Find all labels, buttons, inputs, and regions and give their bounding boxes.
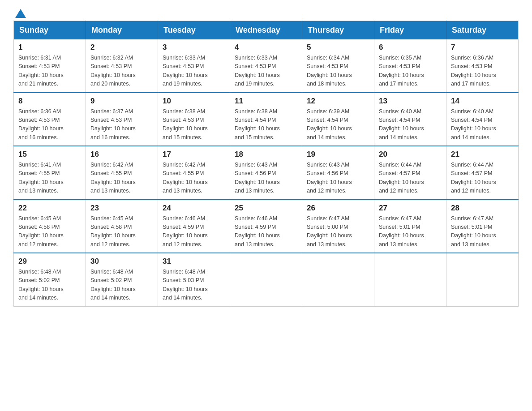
calendar-week-row: 1 Sunrise: 6:31 AM Sunset: 4:53 PM Dayli… [14, 39, 519, 93]
calendar-cell: 6 Sunrise: 6:35 AM Sunset: 4:53 PM Dayli… [374, 39, 446, 93]
header-friday: Friday [374, 21, 446, 40]
logo-triangle-icon [15, 9, 26, 18]
calendar-cell: 26 Sunrise: 6:47 AM Sunset: 5:00 PM Dayl… [302, 200, 374, 253]
day-info: Sunrise: 6:36 AM Sunset: 4:53 PM Dayligh… [18, 107, 81, 142]
day-info: Sunrise: 6:48 AM Sunset: 5:02 PM Dayligh… [90, 268, 153, 303]
day-info: Sunrise: 6:32 AM Sunset: 4:53 PM Dayligh… [90, 54, 153, 89]
calendar-cell [374, 253, 446, 306]
day-info: Sunrise: 6:33 AM Sunset: 4:53 PM Dayligh… [163, 54, 225, 89]
day-info: Sunrise: 6:34 AM Sunset: 4:53 PM Dayligh… [307, 54, 369, 89]
day-info: Sunrise: 6:37 AM Sunset: 4:53 PM Dayligh… [90, 107, 153, 142]
day-number: 19 [307, 150, 369, 159]
calendar-cell: 25 Sunrise: 6:46 AM Sunset: 4:59 PM Dayl… [230, 200, 302, 253]
day-info: Sunrise: 6:48 AM Sunset: 5:03 PM Dayligh… [163, 268, 225, 303]
day-info: Sunrise: 6:47 AM Sunset: 5:01 PM Dayligh… [451, 214, 514, 249]
logo-icon [15, 9, 26, 18]
day-number: 9 [90, 97, 153, 106]
day-number: 30 [90, 257, 153, 266]
header-thursday: Thursday [302, 21, 374, 40]
day-number: 11 [235, 97, 297, 106]
calendar-cell: 16 Sunrise: 6:42 AM Sunset: 4:55 PM Dayl… [86, 146, 158, 200]
day-number: 12 [307, 97, 369, 106]
calendar-cell: 27 Sunrise: 6:47 AM Sunset: 5:01 PM Dayl… [374, 200, 446, 253]
day-info: Sunrise: 6:38 AM Sunset: 4:54 PM Dayligh… [235, 107, 297, 142]
day-info: Sunrise: 6:46 AM Sunset: 4:59 PM Dayligh… [235, 214, 297, 249]
calendar-cell: 10 Sunrise: 6:38 AM Sunset: 4:53 PM Dayl… [158, 93, 230, 146]
calendar-cell: 31 Sunrise: 6:48 AM Sunset: 5:03 PM Dayl… [158, 253, 230, 306]
calendar-cell: 14 Sunrise: 6:40 AM Sunset: 4:54 PM Dayl… [446, 93, 519, 146]
day-info: Sunrise: 6:31 AM Sunset: 4:53 PM Dayligh… [18, 54, 81, 89]
calendar-cell: 8 Sunrise: 6:36 AM Sunset: 4:53 PM Dayli… [14, 93, 86, 146]
day-number: 5 [307, 43, 369, 52]
calendar-cell: 21 Sunrise: 6:44 AM Sunset: 4:57 PM Dayl… [446, 146, 519, 200]
day-number: 23 [90, 204, 153, 213]
calendar-cell: 30 Sunrise: 6:48 AM Sunset: 5:02 PM Dayl… [86, 253, 158, 306]
header-sunday: Sunday [14, 21, 86, 40]
day-number: 28 [451, 204, 514, 213]
day-number: 17 [163, 150, 225, 159]
day-info: Sunrise: 6:43 AM Sunset: 4:56 PM Dayligh… [307, 161, 369, 196]
day-number: 22 [18, 204, 81, 213]
day-number: 8 [18, 97, 81, 106]
day-number: 26 [307, 204, 369, 213]
header-monday: Monday [86, 21, 158, 40]
day-number: 31 [163, 257, 225, 266]
day-number: 10 [163, 97, 225, 106]
calendar-cell: 19 Sunrise: 6:43 AM Sunset: 4:56 PM Dayl… [302, 146, 374, 200]
calendar-cell: 23 Sunrise: 6:45 AM Sunset: 4:58 PM Dayl… [86, 200, 158, 253]
calendar-cell [230, 253, 302, 306]
calendar-cell: 12 Sunrise: 6:39 AM Sunset: 4:54 PM Dayl… [302, 93, 374, 146]
day-info: Sunrise: 6:42 AM Sunset: 4:55 PM Dayligh… [163, 161, 225, 196]
day-info: Sunrise: 6:43 AM Sunset: 4:56 PM Dayligh… [235, 161, 297, 196]
day-info: Sunrise: 6:40 AM Sunset: 4:54 PM Dayligh… [379, 107, 442, 142]
day-number: 14 [451, 97, 514, 106]
calendar-header-row: SundayMondayTuesdayWednesdayThursdayFrid… [14, 21, 519, 40]
calendar-cell: 13 Sunrise: 6:40 AM Sunset: 4:54 PM Dayl… [374, 93, 446, 146]
day-info: Sunrise: 6:44 AM Sunset: 4:57 PM Dayligh… [379, 161, 442, 196]
calendar-cell: 17 Sunrise: 6:42 AM Sunset: 4:55 PM Dayl… [158, 146, 230, 200]
day-number: 29 [18, 257, 81, 266]
day-number: 1 [18, 43, 81, 52]
day-info: Sunrise: 6:48 AM Sunset: 5:02 PM Dayligh… [18, 268, 81, 303]
day-number: 4 [235, 43, 297, 52]
calendar-cell: 22 Sunrise: 6:45 AM Sunset: 4:58 PM Dayl… [14, 200, 86, 253]
day-number: 16 [90, 150, 153, 159]
header-saturday: Saturday [446, 21, 519, 40]
calendar-cell: 9 Sunrise: 6:37 AM Sunset: 4:53 PM Dayli… [86, 93, 158, 146]
day-info: Sunrise: 6:41 AM Sunset: 4:55 PM Dayligh… [18, 161, 81, 196]
day-number: 13 [379, 97, 442, 106]
calendar-table: SundayMondayTuesdayWednesdayThursdayFrid… [13, 21, 519, 307]
day-info: Sunrise: 6:42 AM Sunset: 4:55 PM Dayligh… [90, 161, 153, 196]
day-number: 3 [163, 43, 225, 52]
day-info: Sunrise: 6:47 AM Sunset: 5:01 PM Dayligh… [379, 214, 442, 249]
day-number: 27 [379, 204, 442, 213]
calendar-week-row: 8 Sunrise: 6:36 AM Sunset: 4:53 PM Dayli… [14, 93, 519, 146]
calendar-cell [302, 253, 374, 306]
header-tuesday: Tuesday [158, 21, 230, 40]
day-number: 18 [235, 150, 297, 159]
day-info: Sunrise: 6:44 AM Sunset: 4:57 PM Dayligh… [451, 161, 514, 196]
calendar-cell: 20 Sunrise: 6:44 AM Sunset: 4:57 PM Dayl… [374, 146, 446, 200]
calendar-cell: 29 Sunrise: 6:48 AM Sunset: 5:02 PM Dayl… [14, 253, 86, 306]
day-info: Sunrise: 6:45 AM Sunset: 4:58 PM Dayligh… [18, 214, 81, 249]
calendar-week-row: 22 Sunrise: 6:45 AM Sunset: 4:58 PM Dayl… [14, 200, 519, 253]
day-number: 24 [163, 204, 225, 213]
calendar-cell: 15 Sunrise: 6:41 AM Sunset: 4:55 PM Dayl… [14, 146, 86, 200]
day-number: 25 [235, 204, 297, 213]
calendar-cell: 4 Sunrise: 6:33 AM Sunset: 4:53 PM Dayli… [230, 39, 302, 93]
calendar-cell: 7 Sunrise: 6:36 AM Sunset: 4:53 PM Dayli… [446, 39, 519, 93]
calendar-week-row: 29 Sunrise: 6:48 AM Sunset: 5:02 PM Dayl… [14, 253, 519, 306]
calendar-cell: 2 Sunrise: 6:32 AM Sunset: 4:53 PM Dayli… [86, 39, 158, 93]
day-info: Sunrise: 6:47 AM Sunset: 5:00 PM Dayligh… [307, 214, 369, 249]
day-number: 20 [379, 150, 442, 159]
calendar-week-row: 15 Sunrise: 6:41 AM Sunset: 4:55 PM Dayl… [14, 146, 519, 200]
day-number: 2 [90, 43, 153, 52]
day-info: Sunrise: 6:46 AM Sunset: 4:59 PM Dayligh… [163, 214, 225, 249]
calendar-cell: 24 Sunrise: 6:46 AM Sunset: 4:59 PM Dayl… [158, 200, 230, 253]
page-header [13, 9, 519, 16]
logo [13, 9, 28, 16]
day-info: Sunrise: 6:35 AM Sunset: 4:53 PM Dayligh… [379, 54, 442, 89]
calendar-cell [446, 253, 519, 306]
day-number: 6 [379, 43, 442, 52]
day-number: 21 [451, 150, 514, 159]
